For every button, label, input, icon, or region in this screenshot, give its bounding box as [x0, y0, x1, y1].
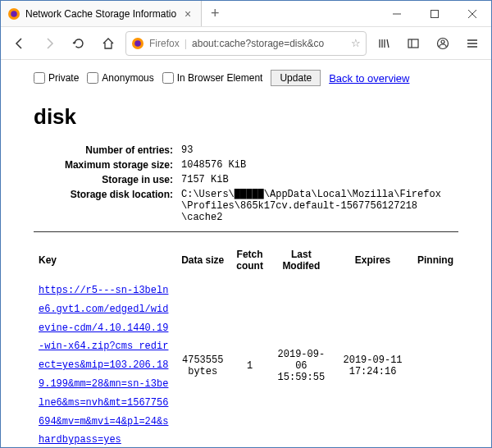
private-label: Private: [48, 72, 79, 84]
col-modified: Last Modifed: [270, 244, 333, 277]
entry-expires: 2019-09-11 17:24:16: [333, 277, 412, 448]
col-size: Data size: [175, 244, 230, 277]
firefox-logo-icon: [131, 37, 144, 50]
entry-size: 4753555 bytes: [175, 277, 230, 448]
table-row: https://r5---sn-i3belne6.gvt1.com/edgedl…: [34, 277, 458, 448]
num-entries-label: Number of entries:: [34, 144, 181, 156]
back-button[interactable]: [7, 31, 32, 56]
col-key: Key: [34, 244, 175, 277]
entry-fetch: 1: [230, 277, 270, 448]
private-checkbox[interactable]: Private: [34, 72, 79, 84]
update-button[interactable]: Update: [271, 70, 321, 86]
page-title: disk: [34, 104, 458, 130]
col-fetch: Fetch count: [230, 244, 270, 277]
in-use-value: 7157 KiB: [181, 174, 458, 185]
sidebar-button[interactable]: [401, 31, 426, 56]
location-value: C:\Users\█████\AppData\Local\Mozilla\Fir…: [181, 189, 458, 223]
url-separator: |: [184, 37, 187, 49]
max-storage-label: Maximum storage size:: [34, 159, 181, 171]
tab-close-icon[interactable]: ×: [181, 7, 194, 21]
in-use-label: Storage in use:: [34, 174, 181, 185]
home-button[interactable]: [96, 31, 121, 56]
divider: [34, 231, 458, 232]
svg-point-11: [441, 40, 444, 43]
svg-point-7: [134, 40, 141, 47]
page-content: Private Anonymous In Browser Element Upd…: [1, 60, 491, 448]
browser-tab[interactable]: Network Cache Storage Informatio ×: [1, 1, 202, 26]
entry-modified: 2019-09-06 15:59:55: [270, 277, 333, 448]
bookmark-star-icon[interactable]: ☆: [351, 37, 361, 49]
url-bar[interactable]: Firefox | about:cache?storage=disk&co ☆: [125, 31, 367, 56]
maximize-button[interactable]: [416, 1, 453, 26]
library-button[interactable]: [371, 31, 396, 56]
max-storage-value: 1048576 KiB: [181, 159, 458, 171]
forward-button: [37, 31, 61, 56]
account-button[interactable]: [430, 31, 455, 56]
back-to-overview-link[interactable]: Back to overview: [329, 72, 409, 85]
svg-point-1: [11, 11, 17, 17]
entry-pinning: [412, 277, 458, 448]
in-browser-label: In Browser Element: [177, 72, 263, 84]
tab-title: Network Cache Storage Informatio: [25, 8, 176, 20]
entry-key-link[interactable]: https://r5---sn-i3belne6.gvt1.com/edgedl…: [39, 285, 168, 446]
options-row: Private Anonymous In Browser Element Upd…: [34, 70, 458, 86]
tab-favicon-icon: [7, 7, 20, 21]
close-window-button[interactable]: [453, 1, 491, 26]
cache-entries-table: Key Data size Fetch count Last Modifed E…: [34, 244, 458, 448]
window-controls: [378, 1, 491, 26]
location-label: Storage disk location:: [34, 189, 181, 223]
anonymous-label: Anonymous: [102, 72, 153, 84]
new-tab-button[interactable]: +: [202, 1, 228, 26]
col-pinning: Pinning: [412, 244, 458, 277]
svg-rect-8: [408, 39, 418, 48]
reload-button[interactable]: [66, 31, 91, 56]
col-expires: Expires: [333, 244, 412, 277]
storage-info: Number of entries: 93 Maximum storage si…: [34, 144, 458, 223]
minimize-button[interactable]: [378, 1, 416, 26]
menu-button[interactable]: [460, 31, 485, 56]
url-text: about:cache?storage=disk&co: [192, 38, 346, 49]
table-header-row: Key Data size Fetch count Last Modifed E…: [34, 244, 458, 277]
num-entries-value: 93: [181, 144, 458, 156]
url-brand: Firefox: [149, 38, 180, 49]
svg-rect-3: [431, 10, 439, 17]
anonymous-checkbox[interactable]: Anonymous: [87, 72, 153, 84]
nav-toolbar: Firefox | about:cache?storage=disk&co ☆: [1, 27, 491, 60]
titlebar: Network Cache Storage Informatio × +: [1, 1, 491, 27]
in-browser-checkbox[interactable]: In Browser Element: [162, 72, 263, 84]
